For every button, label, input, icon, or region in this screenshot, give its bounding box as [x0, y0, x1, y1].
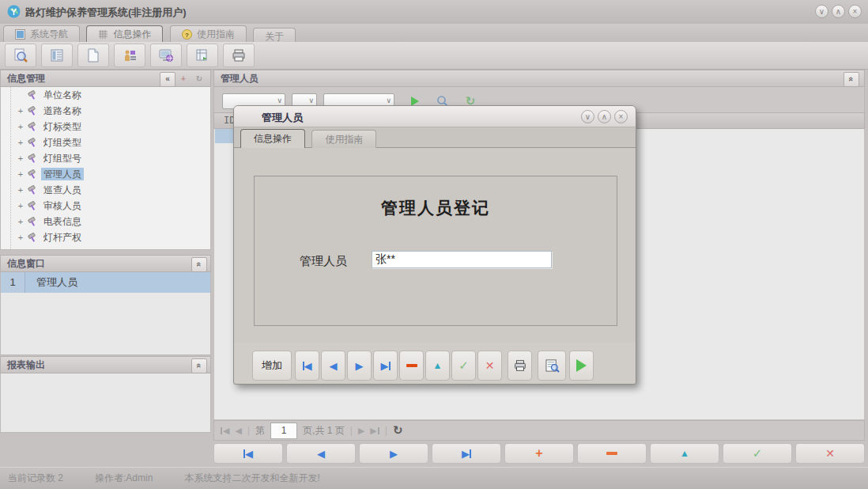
edit-record-button[interactable]: ▲: [425, 351, 450, 381]
dialog-tab-info-operation[interactable]: 信息操作: [240, 129, 305, 148]
dialog-tab-user-guide[interactable]: 使用指南: [311, 130, 376, 148]
dialog-minimize-icon[interactable]: ∨: [581, 110, 594, 123]
tree-expander[interactable]: +: [15, 201, 26, 210]
dialog-footer: 增加 ◀ ◀ ▶ ▶ ▲ ✓ ✕: [234, 343, 636, 385]
collapse-up-icon[interactable]: «: [191, 257, 207, 272]
record-count: 当前记录数 2: [8, 472, 63, 485]
tab-label: 系统导航: [30, 28, 68, 41]
delete-record-button[interactable]: [399, 351, 424, 381]
run-button[interactable]: [569, 351, 594, 381]
last-record-button[interactable]: ▶: [373, 351, 398, 381]
form-box: 管理人员登记 管理人员: [254, 176, 617, 326]
tree-item-label: 审核人员: [41, 199, 84, 212]
tab-system-nav[interactable]: 系统导航: [3, 25, 80, 43]
tree-item-lamp-group-model[interactable]: + 灯组型号: [1, 150, 210, 166]
add-icon[interactable]: +: [175, 72, 191, 87]
printer-icon: [513, 358, 527, 373]
nav-next-button[interactable]: ▶: [359, 443, 428, 464]
monitor-web-button[interactable]: [150, 44, 182, 67]
panel-title: 报表输出: [7, 359, 45, 370]
tree-expander[interactable]: +: [15, 154, 26, 163]
title-bar: 路灯维护保养管理系统(非注册用户) ∨ ∧ ×: [0, 0, 868, 25]
add-button[interactable]: 增加: [252, 351, 292, 381]
person-report-button[interactable]: [114, 44, 145, 67]
tree-item-lamp-group-type[interactable]: + 灯组类型: [1, 135, 210, 150]
tree-expander[interactable]: +: [15, 217, 26, 226]
cancel-button[interactable]: ✕: [477, 351, 502, 381]
separator: |: [350, 425, 353, 436]
nav-first-button[interactable]: ◀: [213, 443, 283, 464]
restore-icon[interactable]: ∧: [832, 5, 845, 18]
panel-title: 信息窗口: [7, 258, 45, 269]
chevron-down-icon: ∨: [277, 97, 282, 104]
tree-expander[interactable]: +: [15, 122, 26, 131]
panel-title: 信息管理: [7, 73, 45, 84]
hammer-icon: [26, 185, 39, 195]
printer-button[interactable]: [223, 44, 255, 67]
nav-add-button[interactable]: +: [504, 443, 574, 464]
nav-edit-button[interactable]: ▲: [650, 443, 719, 464]
form-list-button[interactable]: [41, 44, 73, 67]
page-prev-button[interactable]: ◀: [235, 426, 241, 436]
hammer-icon: [26, 169, 39, 180]
pager-prefix: 第: [255, 424, 265, 438]
tree-expander[interactable]: +: [15, 169, 26, 179]
prev-record-button[interactable]: ◀: [321, 351, 345, 381]
table-export-icon: [194, 47, 210, 63]
collapse-left-icon[interactable]: «: [160, 72, 175, 87]
dialog-restore-icon[interactable]: ∧: [598, 110, 611, 123]
tree-item-auditors[interactable]: + 审核人员: [1, 198, 210, 214]
tree-item-unit-name[interactable]: 单位名称: [1, 87, 210, 103]
svg-text:?: ?: [185, 32, 189, 39]
minimize-icon[interactable]: ∨: [815, 5, 828, 18]
collapse-up-icon[interactable]: «: [843, 72, 859, 87]
report-output-panel-header: 报表输出 «: [0, 356, 211, 373]
page-next-button[interactable]: ▶: [358, 426, 364, 436]
tab-user-guide[interactable]: ? 使用指南: [170, 25, 247, 43]
dialog-close-icon[interactable]: ×: [614, 110, 628, 123]
print-preview-button[interactable]: [538, 351, 566, 381]
table-export-button[interactable]: [187, 44, 218, 67]
refresh-icon[interactable]: ↻: [191, 72, 207, 87]
tree-item-meter-info[interactable]: + 电表信息: [1, 214, 210, 229]
tree-item-label: 灯组型号: [41, 152, 84, 165]
nav-confirm-button[interactable]: ✓: [723, 443, 792, 464]
nav-prev-button[interactable]: ◀: [286, 443, 356, 464]
play-icon: [576, 359, 587, 372]
pager-refresh-icon[interactable]: ↻: [393, 423, 403, 438]
tab-info-operation[interactable]: 信息操作: [86, 25, 163, 43]
tree-item-pole-ownership[interactable]: + 灯杆产权: [1, 229, 210, 245]
confirm-button[interactable]: ✓: [451, 351, 476, 381]
dialog-title-bar[interactable]: 管理人员 ∨ ∧ ×: [234, 106, 636, 127]
search-button[interactable]: [5, 44, 36, 67]
tree-item-managers[interactable]: + 管理人员: [1, 166, 210, 182]
info-management-panel-header: 信息管理 « + ↻: [0, 70, 211, 87]
dialog-tab-bar: 信息操作 使用指南: [234, 127, 636, 148]
tree-item-inspectors[interactable]: + 巡查人员: [1, 182, 210, 198]
tree-item-lamp-mark-type[interactable]: + 灯标类型: [1, 119, 210, 135]
close-icon[interactable]: ×: [848, 5, 862, 18]
main-tab-bar: 系统导航 信息操作 ? 使用指南 关于: [0, 24, 868, 43]
page-last-button[interactable]: ▶: [370, 426, 379, 436]
nav-last-button[interactable]: ▶: [432, 443, 501, 464]
document-button[interactable]: [77, 44, 109, 67]
manager-name-input[interactable]: [372, 251, 552, 268]
collapse-up-icon[interactable]: «: [191, 358, 207, 373]
next-record-button[interactable]: ▶: [347, 351, 372, 381]
tree-item-label: 灯标类型: [41, 120, 84, 133]
tree-expander[interactable]: +: [15, 138, 26, 147]
list-item[interactable]: 1 管理人员: [1, 272, 210, 293]
nav-cancel-button[interactable]: ✕: [795, 443, 865, 464]
tree-expander[interactable]: +: [15, 185, 26, 195]
page-first-button[interactable]: ◀: [221, 426, 229, 436]
content-panel-header: 管理人员 «: [213, 70, 865, 87]
hammer-icon: [26, 154, 39, 164]
print-button[interactable]: [508, 351, 532, 381]
grid-icon: [98, 29, 108, 40]
nav-delete-button[interactable]: [577, 443, 647, 464]
tree-expander[interactable]: +: [15, 233, 26, 242]
tree-item-road-name[interactable]: + 道路名称: [1, 103, 210, 119]
first-record-button[interactable]: ◀: [295, 351, 319, 381]
tree-expander[interactable]: +: [15, 106, 26, 116]
page-number-input[interactable]: [270, 423, 297, 439]
